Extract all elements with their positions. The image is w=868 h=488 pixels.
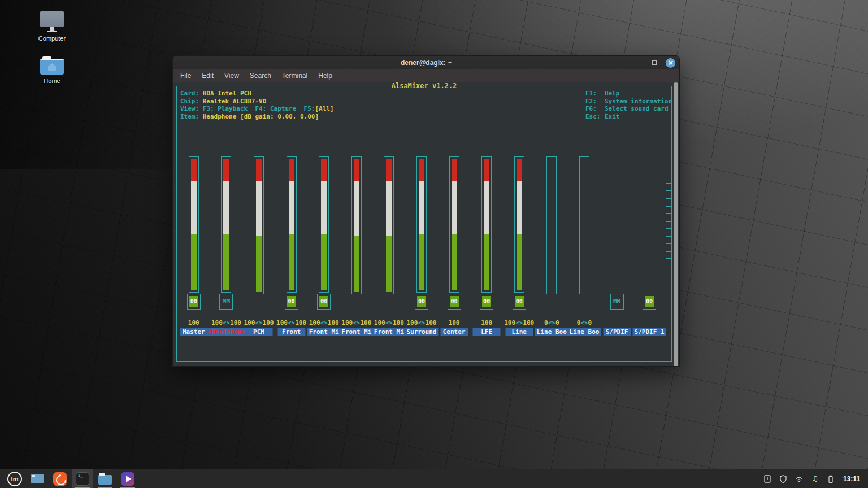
bar-zone-green xyxy=(386,236,392,292)
terminal-content[interactable]: AlsaMixer v1.2.2 Card: HDA Intel PCHChip… xyxy=(173,82,679,367)
volume-bar[interactable] xyxy=(221,156,231,293)
channel-label[interactable]: Front Mi xyxy=(372,328,406,336)
channel-label[interactable]: PCM xyxy=(245,328,272,336)
launcher-browser[interactable] xyxy=(50,469,70,488)
volume-bar[interactable] xyxy=(384,156,394,294)
channel-line-boo[interactable]: 0<>0Line Boo xyxy=(568,156,601,343)
bar-zone-green xyxy=(256,236,262,292)
channel-front[interactable]: 00100<>100Front xyxy=(275,156,308,343)
menu-item-terminal[interactable]: Terminal xyxy=(282,72,307,80)
channel-s-pdif[interactable]: MMS/PDIF xyxy=(601,156,633,343)
volume-bar-fill xyxy=(517,159,522,290)
channel-value: 100<>100 xyxy=(373,319,406,326)
channel-label[interactable]: <Headphon> xyxy=(206,328,246,336)
channel-label[interactable]: Surround xyxy=(405,328,438,336)
mixer-fkey: Esc:Exit xyxy=(585,113,672,121)
files-icon xyxy=(98,473,112,485)
launcher-mint-menu[interactable]: lm xyxy=(5,469,25,488)
close-button[interactable] xyxy=(666,58,675,68)
launcher-media-player[interactable] xyxy=(118,469,138,488)
update-manager-icon[interactable] xyxy=(763,474,772,483)
channel-s-pdif-1[interactable]: 00S/PDIF 1 xyxy=(633,156,666,343)
channel-value: 100<>100 xyxy=(405,319,438,326)
mute-indicator[interactable]: 00 xyxy=(187,294,201,310)
battery-icon[interactable] xyxy=(826,474,835,483)
volume-bar[interactable] xyxy=(481,156,492,293)
volume-bar[interactable] xyxy=(546,156,557,294)
menu-item-search[interactable]: Search xyxy=(250,72,271,80)
channel-front-mi[interactable]: 100<>100Front Mi xyxy=(373,156,406,343)
value-number: 100 xyxy=(449,319,460,326)
volume-bar[interactable] xyxy=(514,156,524,293)
volume-bar-fill xyxy=(354,159,359,292)
mute-state-on: 00 xyxy=(319,296,328,307)
volume-bar[interactable] xyxy=(287,156,297,293)
launcher-terminal[interactable] xyxy=(72,469,93,488)
channel-lfe[interactable]: 00100LFE xyxy=(470,156,503,343)
channel-label[interactable]: Master xyxy=(180,328,207,336)
mixer-fkey: F1:Help xyxy=(585,90,672,98)
alsamixer-title: AlsaMixer v1.2.2 xyxy=(387,82,462,90)
channel-headphon[interactable]: MM100<>100<Headphon> xyxy=(210,156,243,343)
channel-label[interactable]: S/PDIF xyxy=(603,328,631,336)
volume-bar[interactable] xyxy=(416,156,427,293)
channel-line-boo[interactable]: 0<>0Line Boo xyxy=(536,156,568,343)
mute-indicator[interactable]: 00 xyxy=(513,294,526,310)
menu-item-help[interactable]: Help xyxy=(318,72,332,80)
channel-label[interactable]: Line Boo xyxy=(535,328,568,336)
volume-bar[interactable] xyxy=(449,156,459,293)
channel-label[interactable]: LFE xyxy=(473,328,501,336)
mute-indicator[interactable]: 00 xyxy=(285,294,298,310)
channel-value: 0<>0 xyxy=(568,319,601,326)
channel-pcm[interactable]: 100<>100PCM xyxy=(242,156,275,343)
channel-surround[interactable]: 00100<>100Surround xyxy=(405,156,438,343)
firewall-shield-icon[interactable] xyxy=(779,474,788,483)
channel-label[interactable]: Front Mi xyxy=(340,328,373,336)
channel-front-mi[interactable]: 00100<>100Front Mi xyxy=(307,156,340,343)
bar-zone-green xyxy=(517,234,522,290)
mute-indicator[interactable]: 00 xyxy=(448,294,461,310)
channel-label[interactable]: Center xyxy=(440,328,468,336)
volume-bar[interactable] xyxy=(189,156,199,293)
channel-center[interactable]: 00100Center xyxy=(438,156,471,343)
launcher-show-desktop[interactable] xyxy=(27,469,47,488)
channel-master[interactable]: 00100Master xyxy=(177,156,210,343)
channel-front-mi[interactable]: 100<>100Front Mi xyxy=(340,156,373,343)
more-right-indicator xyxy=(666,236,672,237)
value-number: 100 xyxy=(211,319,223,326)
mute-indicator[interactable]: MM xyxy=(219,294,233,310)
minimize-button[interactable] xyxy=(635,59,643,67)
channel-label[interactable]: Line Boo xyxy=(567,328,601,336)
mute-indicator[interactable]: 00 xyxy=(480,294,493,310)
channel-label[interactable]: S/PDIF 1 xyxy=(633,328,666,336)
mute-indicator[interactable]: 00 xyxy=(415,294,428,310)
channel-label[interactable]: Front xyxy=(277,328,305,336)
desktop-icon-computer[interactable]: Computer xyxy=(28,11,76,42)
sound-note-icon[interactable]: ♫ xyxy=(810,474,819,483)
terminal-scrollbar[interactable] xyxy=(674,82,678,367)
desktop-icon-home[interactable]: Home xyxy=(28,56,76,84)
channel-label[interactable]: Line xyxy=(505,328,533,336)
mute-indicator[interactable]: 00 xyxy=(317,294,331,310)
volume-bar[interactable] xyxy=(351,156,362,294)
maximize-button[interactable] xyxy=(650,59,658,67)
channel-label[interactable]: Front Mi xyxy=(307,328,341,336)
info-segment: Card: xyxy=(180,90,203,97)
volume-bar-fill xyxy=(321,159,327,290)
menu-item-edit[interactable]: Edit xyxy=(202,72,214,80)
volume-bar[interactable] xyxy=(254,156,264,294)
volume-bar[interactable] xyxy=(579,156,589,294)
launcher-files[interactable] xyxy=(95,469,115,488)
network-wifi-icon[interactable] xyxy=(795,474,804,483)
volume-bar[interactable] xyxy=(319,156,329,293)
mute-indicator[interactable]: 00 xyxy=(643,294,656,310)
channel-value: 100<>100 xyxy=(307,319,340,326)
channel-line[interactable]: 00100<>100Line xyxy=(503,156,536,343)
window-titlebar[interactable]: dener@daglx: ~ xyxy=(173,56,679,69)
bar-zone-white xyxy=(452,181,457,234)
menu-item-file[interactable]: File xyxy=(180,72,191,80)
bar-zone-red xyxy=(191,159,197,181)
more-right-indicator xyxy=(666,243,672,244)
mute-indicator[interactable]: MM xyxy=(610,294,624,310)
menu-item-view[interactable]: View xyxy=(224,72,239,80)
